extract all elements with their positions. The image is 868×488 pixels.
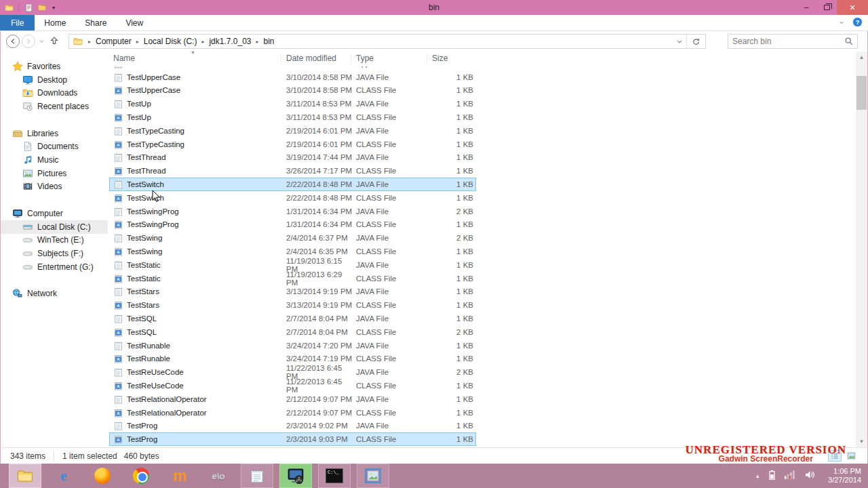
- scrollbar-thumb[interactable]: [856, 76, 867, 110]
- taskbar-item-internet-explorer[interactable]: e: [48, 464, 79, 487]
- up-button[interactable]: [48, 36, 60, 47]
- customize-qat-icon[interactable]: ▾: [50, 5, 57, 11]
- breadcrumb-separator-icon[interactable]: ▸: [86, 39, 93, 45]
- column-header-size[interactable]: Size: [432, 54, 448, 63]
- address-bar[interactable]: ▸Computer▸Local Disk (C:)▸jdk1.7.0_03▸bi…: [68, 34, 706, 49]
- vertical-scrollbar[interactable]: ▲ ▼: [856, 52, 867, 447]
- scroll-up-icon[interactable]: ▲: [856, 52, 867, 63]
- breadcrumb-item[interactable]: bin: [261, 35, 277, 48]
- breadcrumb-separator-icon[interactable]: ▸: [199, 39, 206, 45]
- file-row[interactable]: TestSwing2/4/2014 6:37 PMJAVA File2 KB: [109, 231, 476, 245]
- file-type-cell: CLASS File: [356, 298, 424, 312]
- sidebar-item-desktop[interactable]: Desktop: [1, 73, 108, 87]
- file-row[interactable]: TestTypeCasting2/19/2014 6:01 PMJAVA Fil…: [109, 124, 476, 138]
- battery-icon[interactable]: [768, 470, 776, 483]
- sidebar-item-favorites[interactable]: Favorites: [1, 60, 108, 73]
- taskbar-item-notepad[interactable]: [241, 464, 273, 487]
- file-row[interactable]: TestUpperCase3/10/2014 8:58 PMJAVA File1…: [109, 70, 476, 84]
- address-dropdown-icon[interactable]: [673, 35, 686, 48]
- search-icon[interactable]: [844, 37, 857, 46]
- explorer-window-icon[interactable]: [3, 2, 14, 13]
- file-row[interactable]: TestProg2/3/2014 9:02 PMJAVA File1 KB: [109, 420, 476, 433]
- sidebar-item-wintech-e[interactable]: WinTech (E:): [1, 234, 108, 247]
- java-file-icon: [113, 125, 123, 136]
- file-row[interactable]: TestSwingProg1/31/2014 6:34 PMJAVA File2…: [109, 205, 476, 218]
- taskbar-item-chrome[interactable]: [125, 464, 157, 487]
- file-row[interactable]: ATestTypeCasting2/19/2014 6:01 PMCLASS F…: [109, 138, 476, 151]
- sidebar-item-libraries[interactable]: Libraries: [1, 127, 108, 140]
- address-bar-row: ▸Computer▸Local Disk (C:)▸jdk1.7.0_03▸bi…: [0, 31, 868, 52]
- volume-icon[interactable]: [804, 470, 816, 482]
- file-row[interactable]: TestSQL2/7/2014 8:04 PMJAVA File1 KB: [109, 312, 476, 325]
- file-row[interactable]: ATestUpperCase3/10/2014 8:58 PMCLASS Fil…: [109, 84, 476, 98]
- tab-view[interactable]: View: [116, 15, 153, 30]
- recent-locations-icon[interactable]: [37, 37, 46, 46]
- scroll-down-icon[interactable]: ▼: [856, 436, 867, 447]
- column-header-name[interactable]: Name: [113, 54, 135, 63]
- taskbar-item-file-explorer[interactable]: [9, 464, 41, 487]
- breadcrumb-item[interactable]: Computer: [93, 35, 134, 48]
- file-row[interactable]: TestRelationalOperator2/12/2014 9:07 PMJ…: [109, 392, 476, 406]
- file-row[interactable]: ATestSwingProg1/31/2014 6:34 PMCLASS Fil…: [109, 218, 476, 232]
- breadcrumb-item[interactable]: Local Disk (C:): [141, 35, 200, 48]
- back-button[interactable]: [6, 35, 20, 48]
- network-disconnected-icon[interactable]: ✕: [784, 470, 796, 482]
- large-icons-view-icon[interactable]: [844, 450, 858, 462]
- file-row[interactable]: ATestThread3/26/2014 7:17 PMCLASS File1 …: [109, 164, 476, 178]
- sidebar-item-subjects-f[interactable]: Subjects (F:): [1, 247, 108, 260]
- file-row[interactable]: ATestRelationalOperator2/12/2014 9:07 PM…: [109, 406, 476, 420]
- file-row[interactable]: TestThread3/19/2014 7:44 PMJAVA File1 KB: [109, 151, 476, 165]
- tab-share[interactable]: Share: [75, 15, 116, 30]
- new-folder-icon[interactable]: [37, 2, 47, 13]
- file-row[interactable]: TestUp3/11/2014 8:53 PMJAVA File1 KB: [109, 97, 476, 110]
- tab-home[interactable]: Home: [35, 15, 75, 30]
- file-row[interactable]: TestStars3/13/2014 9:19 PMJAVA File1 KB: [109, 285, 476, 299]
- file-row[interactable]: ATestStatic11/19/2013 6:29 PMCLASS File1…: [109, 272, 476, 285]
- file-row[interactable]: ATestSQL2/7/2014 8:04 PMCLASS File2 KB: [109, 325, 476, 339]
- taskbar-item-command-prompt[interactable]: C:\_: [319, 464, 350, 487]
- file-row[interactable]: ATestUp3/11/2014 8:53 PMCLASS File1 KB: [109, 110, 476, 124]
- forward-button[interactable]: [22, 35, 35, 48]
- refresh-button[interactable]: [686, 35, 705, 48]
- breadcrumb-separator-icon[interactable]: ▸: [134, 39, 141, 45]
- restore-button[interactable]: [816, 0, 837, 15]
- sidebar-item-recent-places[interactable]: Recent places: [1, 100, 108, 113]
- sidebar-item-downloads[interactable]: Downloads: [1, 86, 108, 100]
- minimize-button[interactable]: –: [796, 0, 816, 15]
- taskbar-item-firefox[interactable]: [87, 464, 118, 487]
- sidebar-item-videos[interactable]: Videos: [1, 180, 108, 194]
- close-button[interactable]: ✕: [837, 0, 868, 15]
- sidebar-item-music[interactable]: Music: [1, 153, 108, 167]
- breadcrumb-separator-icon[interactable]: ▸: [254, 39, 260, 45]
- sidebar-item-local-disk-c[interactable]: Local Disk (C:): [1, 220, 108, 234]
- column-header-type[interactable]: Type: [356, 54, 374, 63]
- file-row[interactable]: ATestProg2/3/2014 9:03 PMCLASS File1 KB: [109, 432, 476, 446]
- expand-ribbon-icon[interactable]: [837, 18, 846, 28]
- taskbar-clock[interactable]: 1:06 PM 3/27/2014: [824, 467, 861, 485]
- taskbar-item-miro[interactable]: m: [164, 464, 195, 487]
- sidebar-item-pictures[interactable]: Pictures: [1, 167, 108, 180]
- file-size-cell: 1 KB: [421, 392, 473, 406]
- sidebar-item-documents[interactable]: Documents: [1, 140, 108, 153]
- tab-file[interactable]: File: [0, 15, 35, 30]
- properties-icon[interactable]: [23, 2, 34, 13]
- breadcrumb-item[interactable]: jdk1.7.0_03: [206, 35, 254, 48]
- hidden-icons-caret-icon[interactable]: ▲: [755, 473, 760, 479]
- taskbar-item-image-viewer[interactable]: [357, 464, 389, 487]
- file-row[interactable]: ATestSwitch2/22/2014 8:48 PMCLASS File1 …: [109, 191, 476, 205]
- taskbar-item-evo[interactable]: e\o: [203, 464, 234, 487]
- sidebar-item-network[interactable]: Network: [1, 287, 108, 301]
- file-row[interactable]: ATestReUseCode11/22/2013 6:45 PMCLASS Fi…: [109, 379, 476, 392]
- help-icon[interactable]: ?: [852, 17, 863, 29]
- column-header-date[interactable]: Date modified: [286, 54, 336, 63]
- details-view-icon[interactable]: [828, 450, 842, 462]
- sidebar-item-entertment-g[interactable]: Entertment (G:): [1, 260, 108, 274]
- search-input[interactable]: [728, 37, 844, 46]
- sidebar-item-computer[interactable]: Computer: [1, 207, 108, 220]
- file-row[interactable]: TestRunable3/24/2014 7:20 PMJAVA File1 K…: [109, 339, 476, 352]
- taskbar-item-gadwin-screenrecorder[interactable]: [280, 464, 311, 487]
- cmd-icon: C:\_: [326, 468, 343, 483]
- file-row[interactable]: ATestStars3/13/2014 9:19 PMCLASS File1 K…: [109, 298, 476, 312]
- search-box[interactable]: [728, 34, 858, 49]
- file-row[interactable]: TestSwitch2/22/2014 8:48 PMJAVA File1 KB: [109, 178, 476, 191]
